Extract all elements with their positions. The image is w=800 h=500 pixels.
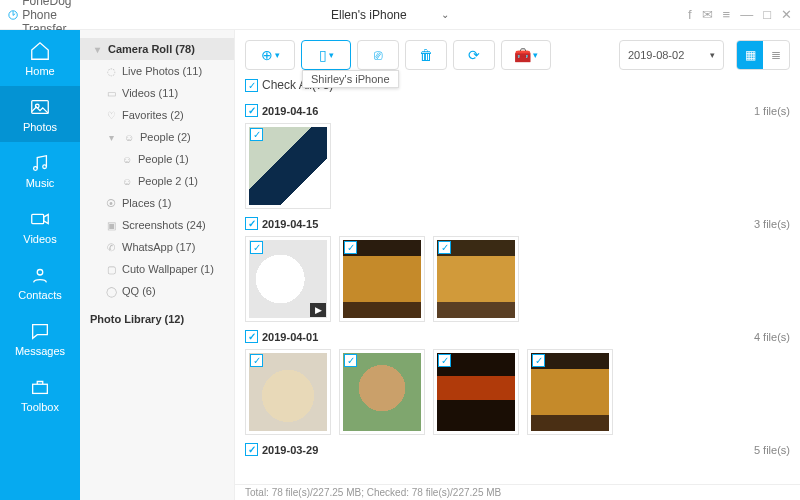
photo-checkbox[interactable]: ✓ <box>438 354 451 367</box>
music-icon <box>29 152 51 174</box>
sidebar-item-people[interactable]: ▾☺People (2) <box>80 126 234 148</box>
chevron-down-icon: ▾ <box>275 50 280 60</box>
photo-thumbnail[interactable]: ✓▶ <box>245 236 331 322</box>
pin-icon: ⦿ <box>104 198 118 209</box>
phone-icon: ▯ <box>319 47 327 63</box>
sidebar-label: Cuto Wallpaper (1) <box>122 263 214 275</box>
svg-rect-7 <box>33 384 48 393</box>
primary-nav: Home Photos Music Videos Contacts Messag… <box>0 30 80 500</box>
sidebar-section-photo-library[interactable]: Photo Library (12) <box>80 308 234 330</box>
nav-music[interactable]: Music <box>0 142 80 198</box>
sidebar-item-screenshots[interactable]: ▣Screenshots (24) <box>80 214 234 236</box>
qq-icon: ◯ <box>104 286 118 297</box>
group-checkbox[interactable]: ✓ <box>245 217 258 230</box>
person-icon: ☺ <box>120 154 134 165</box>
sidebar-label: Screenshots (24) <box>122 219 206 231</box>
group-date: 2019-03-29 <box>262 444 318 456</box>
screenshot-icon: ▣ <box>104 220 118 231</box>
nav-label: Videos <box>23 233 56 245</box>
group-count: 5 file(s) <box>754 444 790 456</box>
photo-thumbnail[interactable]: ✓ <box>245 349 331 435</box>
photo-checkbox[interactable]: ✓ <box>250 354 263 367</box>
nav-messages[interactable]: Messages <box>0 310 80 366</box>
group-date: 2019-04-16 <box>262 105 318 117</box>
group-checkbox[interactable]: ✓ <box>245 443 258 456</box>
add-button[interactable]: ⊕▾ <box>245 40 295 70</box>
photo-thumbnail[interactable]: ✓ <box>339 236 425 322</box>
photo-grid: ✓2019-04-161 file(s) ✓ ✓2019-04-153 file… <box>235 96 800 484</box>
refresh-button[interactable]: ⟳ <box>453 40 495 70</box>
export-to-pc-button[interactable]: ⎚ <box>357 40 399 70</box>
sidebar-item-live-photos[interactable]: ◌Live Photos (11) <box>80 60 234 82</box>
photo-checkbox[interactable]: ✓ <box>344 241 357 254</box>
group-date: 2019-04-01 <box>262 331 318 343</box>
svg-point-3 <box>34 166 38 170</box>
sidebar-item-favorites[interactable]: ♡Favorites (2) <box>80 104 234 126</box>
photo-thumbnail[interactable]: ✓ <box>433 349 519 435</box>
group-header[interactable]: ✓2019-04-161 file(s) <box>245 104 790 117</box>
nav-contacts[interactable]: Contacts <box>0 254 80 310</box>
chevron-down-icon: ▾ <box>104 132 118 143</box>
toolbox-icon: 🧰 <box>514 47 531 63</box>
nav-photos[interactable]: Photos <box>0 86 80 142</box>
photo-checkbox[interactable]: ✓ <box>250 241 263 254</box>
group-count: 1 file(s) <box>754 105 790 117</box>
photo-checkbox[interactable]: ✓ <box>250 128 263 141</box>
sidebar-section-camera-roll[interactable]: ▾Camera Roll (78) <box>80 38 234 60</box>
maximize-icon[interactable]: □ <box>763 7 771 22</box>
sidebar-label: WhatsApp (17) <box>122 241 195 253</box>
group-checkbox[interactable]: ✓ <box>245 330 258 343</box>
group-count: 3 file(s) <box>754 218 790 230</box>
svg-rect-5 <box>32 214 44 223</box>
close-icon[interactable]: ✕ <box>781 7 792 22</box>
nav-label: Toolbox <box>21 401 59 413</box>
minimize-icon[interactable]: — <box>740 7 753 22</box>
sidebar-item-cuto[interactable]: ▢Cuto Wallpaper (1) <box>80 258 234 280</box>
delete-button[interactable]: 🗑 <box>405 40 447 70</box>
sidebar-item-people-2[interactable]: ☺People 2 (1) <box>80 170 234 192</box>
nav-videos[interactable]: Videos <box>0 198 80 254</box>
chat-icon[interactable]: ✉ <box>702 7 713 22</box>
menu-icon[interactable]: ≡ <box>723 7 731 22</box>
photo-thumbnail[interactable]: ✓ <box>339 349 425 435</box>
photo-checkbox[interactable]: ✓ <box>344 354 357 367</box>
grid-view-button[interactable]: ▦ <box>737 41 763 69</box>
check-all-checkbox[interactable]: ✓ <box>245 79 258 92</box>
photo-thumbnail[interactable]: ✓ <box>527 349 613 435</box>
photo-thumbnail[interactable]: ✓ <box>245 123 331 209</box>
transfer-target-tooltip: Shirley's iPhone <box>302 70 399 88</box>
messages-icon <box>29 320 51 342</box>
photo-thumbnail[interactable]: ✓ <box>433 236 519 322</box>
sidebar-item-whatsapp[interactable]: ✆WhatsApp (17) <box>80 236 234 258</box>
video-indicator-icon: ▶ <box>310 303 326 317</box>
group-header[interactable]: ✓2019-04-153 file(s) <box>245 217 790 230</box>
photo-checkbox[interactable]: ✓ <box>532 354 545 367</box>
chevron-down-icon: ⌄ <box>441 9 449 20</box>
sidebar-item-videos[interactable]: ▭Videos (11) <box>80 82 234 104</box>
nav-home[interactable]: Home <box>0 30 80 86</box>
more-tools-button[interactable]: 🧰▾ <box>501 40 551 70</box>
device-selector[interactable]: Ellen's iPhone ⌄ <box>318 5 456 25</box>
sidebar-label: QQ (6) <box>122 285 156 297</box>
sidebar-item-people-1[interactable]: ☺People (1) <box>80 148 234 170</box>
device-name: Ellen's iPhone <box>331 8 407 22</box>
nav-label: Photos <box>23 121 57 133</box>
nav-toolbox[interactable]: Toolbox <box>0 366 80 422</box>
sidebar-item-places[interactable]: ⦿Places (1) <box>80 192 234 214</box>
group-header[interactable]: ✓2019-04-014 file(s) <box>245 330 790 343</box>
refresh-icon: ⟳ <box>468 47 480 63</box>
heart-icon: ♡ <box>104 110 118 121</box>
sidebar-item-qq[interactable]: ◯QQ (6) <box>80 280 234 302</box>
group-header[interactable]: ✓2019-03-295 file(s) <box>245 443 790 456</box>
people-icon: ☺ <box>122 132 136 143</box>
content-area: ⊕▾ ▯▾ ⎚ 🗑 ⟳ 🧰▾ 2019-08-02▾ ▦ ≣ Shirley's… <box>235 30 800 500</box>
photo-checkbox[interactable]: ✓ <box>438 241 451 254</box>
date-picker[interactable]: 2019-08-02▾ <box>619 40 724 70</box>
group-checkbox[interactable]: ✓ <box>245 104 258 117</box>
transfer-to-device-button[interactable]: ▯▾ <box>301 40 351 70</box>
list-view-button[interactable]: ≣ <box>763 41 789 69</box>
feedback-icon[interactable]: f <box>688 7 692 22</box>
window-controls: f ✉ ≡ — □ ✕ <box>688 7 792 22</box>
trash-icon: 🗑 <box>419 47 433 63</box>
sidebar-label: People 2 (1) <box>138 175 198 187</box>
